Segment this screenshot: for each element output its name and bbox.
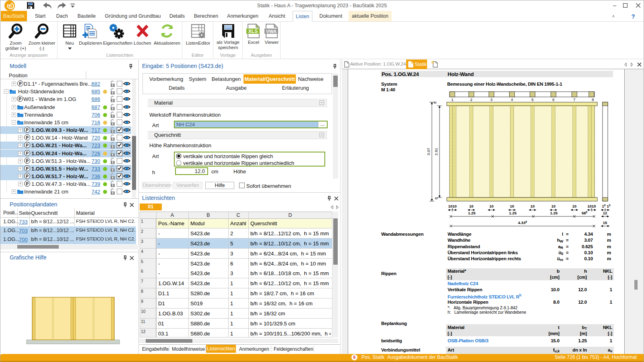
svg-text:7: 7 [573,97,575,102]
svg-text:1: 1 [451,97,453,102]
svg-text:6: 6 [552,97,554,102]
svg-text:5: 5 [531,97,533,102]
svg-text:12: 12 [603,211,607,215]
svg-text:1.25: 1.25 [468,211,476,215]
svg-text:4.335: 4.335 [518,220,527,225]
svg-text:15: 15 [607,204,611,208]
svg-text:1010: 1010 [587,204,596,208]
svg-text:2.91: 2.91 [434,148,438,156]
svg-text:10: 10 [469,204,474,208]
svg-text:15: 15 [602,204,606,208]
svg-text:1.25: 1.25 [509,211,517,215]
svg-text:10: 10 [510,204,514,208]
svg-text:8: 8 [592,97,594,102]
svg-text:585: 585 [582,211,588,215]
svg-text:8: 8 [433,101,437,103]
svg-text:2: 2 [470,97,472,102]
svg-text:4: 4 [511,97,513,102]
svg-text:XLS: XLS [248,29,258,34]
svg-text:10: 10 [572,204,577,208]
svg-text:15: 15 [603,220,607,225]
svg-text:1010: 1010 [448,204,456,208]
svg-text:1.25: 1.25 [550,211,558,215]
svg-text:3.07: 3.07 [427,148,431,156]
svg-text:10: 10 [551,204,556,208]
svg-text:10: 10 [530,204,535,208]
svg-text:10: 10 [489,204,494,208]
svg-text:8: 8 [434,197,438,199]
svg-text:3: 3 [490,97,492,102]
svg-text:VWA: VWA [266,29,277,34]
